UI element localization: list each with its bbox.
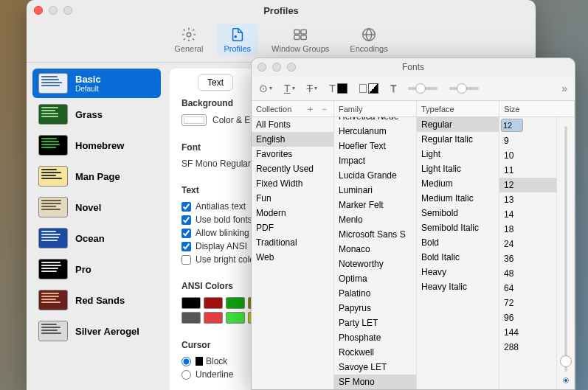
list-item[interactable]: 288	[499, 340, 556, 355]
list-item[interactable]: 144	[499, 325, 556, 340]
list-item[interactable]: 48	[499, 266, 556, 281]
list-item[interactable]: 11	[499, 163, 556, 178]
list-item[interactable]: Light Italic	[417, 161, 499, 176]
list-item[interactable]: Microsoft Sans S	[334, 227, 416, 242]
cursor-underline-radio[interactable]	[181, 370, 191, 380]
list-item[interactable]: Recently Used	[252, 161, 333, 176]
list-item[interactable]: Bold Italic	[417, 250, 499, 265]
list-item[interactable]: English	[252, 132, 333, 147]
ansi-checkbox[interactable]	[181, 242, 191, 251]
shadow-opacity-slider[interactable]	[408, 87, 437, 90]
list-item[interactable]: Phosphate	[334, 330, 416, 345]
list-item[interactable]: Light	[417, 147, 499, 161]
profile-row[interactable]: Grass	[32, 100, 161, 129]
text-color-button[interactable]: T	[329, 83, 347, 94]
list-item[interactable]: Lucida Grande	[334, 168, 416, 183]
list-item[interactable]: Luminari	[334, 183, 416, 198]
underline-menu[interactable]: T▾	[284, 83, 295, 94]
profile-row[interactable]: Man Page	[32, 161, 161, 191]
list-item[interactable]: Party LET	[334, 316, 416, 330]
list-item[interactable]: 10	[499, 148, 556, 163]
bright-checkbox[interactable]	[181, 255, 191, 265]
list-item[interactable]: Helvetica Neue	[334, 117, 416, 124]
list-item[interactable]: Regular	[417, 117, 499, 132]
list-item[interactable]: Hoefler Text	[334, 139, 416, 153]
actions-menu[interactable]: ⊙▾	[259, 83, 272, 94]
list-item[interactable]: Medium	[417, 176, 499, 191]
ansi-color-swatch[interactable]	[181, 297, 201, 309]
family-list[interactable]: Helvetica NeueHerculanumHoefler TextImpa…	[334, 117, 417, 389]
list-item[interactable]: Monaco	[334, 242, 416, 257]
list-item[interactable]: 9	[499, 133, 556, 148]
toolbar-general[interactable]: General	[167, 24, 210, 56]
list-item[interactable]: 24	[499, 237, 556, 251]
profile-row[interactable]: Novel	[32, 192, 161, 222]
list-item[interactable]: Rockwell	[334, 345, 416, 360]
list-item[interactable]: 14	[499, 207, 556, 222]
list-item[interactable]: Semibold Italic	[417, 220, 499, 235]
list-item[interactable]: All Fonts	[252, 117, 333, 132]
size-slider[interactable]	[556, 117, 574, 389]
list-item[interactable]: PDF	[252, 220, 333, 235]
list-item[interactable]: 18	[499, 222, 556, 237]
list-item[interactable]: Bold	[417, 235, 499, 250]
list-item[interactable]: Palatino	[334, 286, 416, 301]
document-color-button[interactable]	[359, 83, 378, 94]
ansi-color-swatch[interactable]	[204, 312, 223, 324]
list-item[interactable]: Optima	[334, 271, 416, 286]
list-item[interactable]: 72	[499, 296, 556, 310]
profile-row[interactable]: Red Sands	[32, 285, 161, 315]
size-input[interactable]	[501, 119, 523, 132]
blinking-checkbox[interactable]	[181, 229, 191, 238]
ansi-color-swatch[interactable]	[226, 297, 245, 309]
list-item[interactable]: Herculanum	[334, 124, 416, 139]
list-item[interactable]: Heavy	[417, 265, 499, 279]
profile-row[interactable]: BasicDefault	[32, 69, 161, 98]
list-item[interactable]: Traditional	[252, 235, 333, 250]
overflow-icon[interactable]: »	[561, 83, 567, 94]
list-item[interactable]: 36	[499, 251, 556, 266]
shadow-button[interactable]: T	[390, 83, 397, 94]
shadow-blur-slider[interactable]	[449, 87, 479, 90]
profile-row[interactable]: Pro	[32, 254, 161, 284]
profile-row[interactable]: Ocean	[32, 223, 161, 253]
ansi-color-swatch[interactable]	[181, 312, 201, 324]
list-item[interactable]: Menlo	[334, 212, 416, 227]
typeface-list[interactable]: RegularRegular ItalicLightLight ItalicMe…	[417, 117, 499, 389]
list-item[interactable]: Favorites	[252, 147, 333, 161]
background-color-swatch[interactable]	[181, 114, 207, 126]
list-item[interactable]: Papyrus	[334, 301, 416, 316]
list-item[interactable]: 13	[499, 192, 556, 207]
list-item[interactable]: Noteworthy	[334, 257, 416, 271]
list-item[interactable]: Savoye LET	[334, 360, 416, 375]
bold-fonts-checkbox[interactable]	[181, 215, 191, 225]
toolbar-window-groups[interactable]: Window Groups	[264, 24, 336, 56]
list-item[interactable]: Medium Italic	[417, 191, 499, 206]
remove-collection-button[interactable]: －	[319, 102, 329, 116]
profile-row[interactable]: Silver Aerogel	[32, 316, 161, 346]
ansi-color-swatch[interactable]	[204, 297, 223, 309]
list-item[interactable]: 64	[499, 281, 556, 296]
list-item[interactable]: Fun	[252, 191, 333, 206]
list-item[interactable]: Regular Italic	[417, 132, 499, 147]
list-item[interactable]: 12	[499, 178, 556, 192]
list-item[interactable]: Web	[252, 250, 333, 265]
ansi-color-swatch[interactable]	[226, 312, 245, 324]
list-item[interactable]: 96	[499, 310, 556, 325]
tab-text[interactable]: Text	[198, 74, 233, 91]
antialias-checkbox[interactable]	[181, 202, 191, 212]
list-item[interactable]: SF Mono	[334, 375, 416, 389]
toolbar-profiles[interactable]: Profiles	[216, 24, 258, 56]
cursor-block-radio[interactable]	[181, 357, 191, 366]
list-item[interactable]: Marker Felt	[334, 198, 416, 212]
strikethrough-menu[interactable]: T▾	[307, 83, 318, 94]
toolbar-encodings[interactable]: Encodings	[342, 24, 395, 56]
profile-row[interactable]: Homebrew	[32, 130, 161, 160]
list-item[interactable]: Semibold	[417, 206, 499, 220]
list-item[interactable]: Fixed Width	[252, 176, 333, 191]
list-item[interactable]: Modern	[252, 206, 333, 220]
collection-list[interactable]: All FontsEnglishFavoritesRecently UsedFi…	[252, 117, 334, 389]
list-item[interactable]: Heavy Italic	[417, 279, 499, 294]
add-collection-button[interactable]: ＋	[305, 102, 315, 116]
list-item[interactable]: Impact	[334, 153, 416, 168]
